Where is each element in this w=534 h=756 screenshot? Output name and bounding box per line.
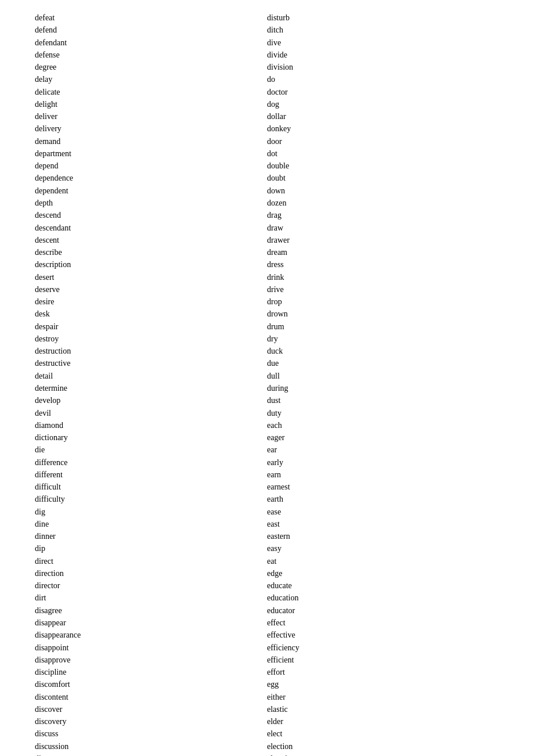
list-item: department xyxy=(35,147,267,160)
list-item: direct xyxy=(35,555,267,567)
list-item: delight xyxy=(35,98,267,110)
list-item: effort xyxy=(267,666,499,678)
list-item: efficient xyxy=(267,654,499,666)
list-item: diamond xyxy=(35,419,267,431)
list-item: deserve xyxy=(35,283,267,296)
list-item: educate xyxy=(267,579,499,592)
list-item: defense xyxy=(35,49,267,61)
list-item: dine xyxy=(35,518,267,530)
list-item: dress xyxy=(267,258,499,271)
list-item: divide xyxy=(267,49,499,61)
list-item: disturb xyxy=(267,12,499,24)
list-item: earn xyxy=(267,469,499,481)
list-item: director xyxy=(35,579,267,592)
list-item: dozen xyxy=(267,197,499,209)
list-item: duck xyxy=(267,345,499,357)
list-item: egg xyxy=(267,678,499,690)
list-item: direction xyxy=(35,567,267,579)
list-item: dry xyxy=(267,333,499,345)
list-item: either xyxy=(267,691,499,703)
list-item: earth xyxy=(267,493,499,505)
list-item: eat xyxy=(267,555,499,567)
list-item: dollar xyxy=(267,110,499,123)
list-item: difference xyxy=(35,456,267,469)
list-item: defendant xyxy=(35,37,267,49)
list-item: doctor xyxy=(267,86,499,98)
list-item: dot xyxy=(267,147,499,160)
list-item: down xyxy=(267,185,499,197)
list-item: discuss xyxy=(35,728,267,740)
list-item: delay xyxy=(35,73,267,85)
list-item: destructive xyxy=(35,357,267,369)
list-item: difficulty xyxy=(35,493,267,505)
list-item: discussion xyxy=(35,740,267,753)
right-column: disturbditchdivedividedivisiondodoctordo… xyxy=(267,12,499,756)
list-item: disappoint xyxy=(35,642,267,654)
list-item: disagree xyxy=(35,604,267,617)
list-item: descent xyxy=(35,234,267,246)
list-item: depend xyxy=(35,160,267,172)
list-item: double xyxy=(267,160,499,172)
list-item: develop xyxy=(35,394,267,406)
list-item: east xyxy=(267,518,499,530)
list-item: destruction xyxy=(35,345,267,357)
list-item: delivery xyxy=(35,123,267,135)
list-item: election xyxy=(267,740,499,753)
list-item: ease xyxy=(267,506,499,518)
list-item: desire xyxy=(35,296,267,308)
list-item: discipline xyxy=(35,666,267,678)
list-item: elect xyxy=(267,728,499,740)
list-item: dream xyxy=(267,246,499,258)
list-item: degree xyxy=(35,61,267,73)
list-item: desert xyxy=(35,271,267,283)
list-item: delicate xyxy=(35,86,267,98)
list-item: ditch xyxy=(267,24,499,36)
list-item: drown xyxy=(267,308,499,320)
list-item: defend xyxy=(35,24,267,36)
list-item: dog xyxy=(267,98,499,110)
list-item: deliver xyxy=(35,110,267,123)
list-item: edge xyxy=(267,567,499,579)
list-item: easy xyxy=(267,542,499,555)
list-item: die xyxy=(35,444,267,456)
list-item: do xyxy=(267,73,499,85)
list-item: dependence xyxy=(35,172,267,184)
list-item: disappear xyxy=(35,617,267,629)
list-item: discomfort xyxy=(35,678,267,690)
list-item: dive xyxy=(267,37,499,49)
left-column: defeatdefenddefendantdefensedegreedelayd… xyxy=(35,12,267,756)
list-item: ear xyxy=(267,444,499,456)
list-item: descendant xyxy=(35,222,267,234)
list-item: draw xyxy=(267,222,499,234)
list-item: door xyxy=(267,135,499,147)
list-item: elder xyxy=(267,715,499,728)
list-item: division xyxy=(267,61,499,73)
list-item: during xyxy=(267,382,499,394)
list-item: electric xyxy=(267,753,499,756)
list-item: disease xyxy=(35,753,267,756)
list-item: difficult xyxy=(35,481,267,493)
list-item: dig xyxy=(35,506,267,518)
list-item: early xyxy=(267,456,499,469)
list-item: dinner xyxy=(35,530,267,542)
list-item: earnest xyxy=(267,481,499,493)
list-item: dependent xyxy=(35,185,267,197)
list-item: dictionary xyxy=(35,431,267,444)
list-item: disappearance xyxy=(35,629,267,641)
list-item: disapprove xyxy=(35,654,267,666)
list-item: drawer xyxy=(267,234,499,246)
list-item: due xyxy=(267,357,499,369)
list-item: eastern xyxy=(267,530,499,542)
list-item: discontent xyxy=(35,691,267,703)
list-item: depth xyxy=(35,197,267,209)
list-item: doubt xyxy=(267,172,499,184)
list-item: donkey xyxy=(267,123,499,135)
list-item: describe xyxy=(35,246,267,258)
list-item: drop xyxy=(267,296,499,308)
list-item: different xyxy=(35,469,267,481)
list-item: drink xyxy=(267,271,499,283)
list-item: discovery xyxy=(35,715,267,728)
list-item: drive xyxy=(267,283,499,296)
list-item: description xyxy=(35,258,267,271)
list-item: dust xyxy=(267,394,499,406)
